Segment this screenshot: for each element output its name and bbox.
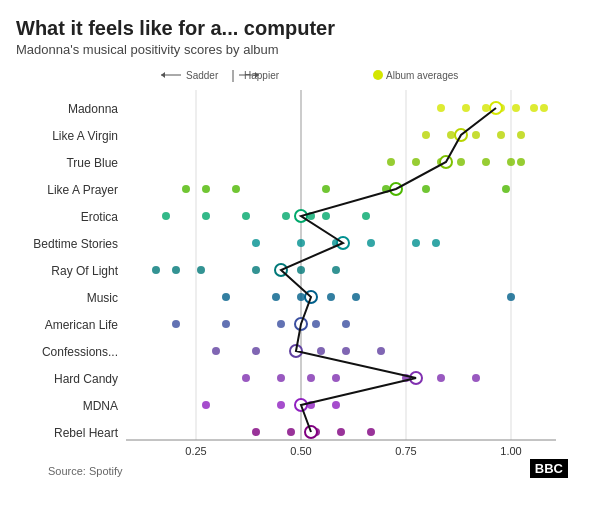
svg-point-61 [252, 266, 260, 274]
svg-point-99 [287, 428, 295, 436]
footer: Source: Spotify BBC [16, 455, 584, 478]
svg-point-36 [202, 185, 210, 193]
svg-point-62 [297, 266, 305, 274]
svg-point-91 [472, 374, 480, 382]
svg-point-68 [327, 293, 335, 301]
svg-point-85 [242, 374, 250, 382]
svg-point-96 [332, 401, 340, 409]
svg-point-41 [502, 185, 510, 193]
svg-point-27 [387, 158, 395, 166]
svg-point-88 [332, 374, 340, 382]
svg-point-28 [412, 158, 420, 166]
svg-point-86 [277, 374, 285, 382]
svg-point-22 [447, 131, 455, 139]
svg-point-40 [422, 185, 430, 193]
chart-subtitle: Madonna's musical positivity scores by a… [16, 42, 584, 57]
svg-text:Album averages: Album averages [386, 70, 458, 81]
svg-point-31 [482, 158, 490, 166]
main-chart: Sadder Happier Album averages [126, 65, 600, 455]
svg-point-101 [337, 428, 345, 436]
svg-point-15 [482, 104, 490, 112]
y-label-like-a-prayer: Like A Prayer [16, 176, 126, 203]
svg-point-37 [232, 185, 240, 193]
svg-point-48 [322, 212, 330, 220]
svg-point-60 [197, 266, 205, 274]
svg-point-8 [373, 70, 383, 80]
svg-point-67 [297, 293, 305, 301]
svg-point-55 [412, 239, 420, 247]
chart-title: What it feels like for a... computer [16, 16, 584, 40]
svg-point-75 [312, 320, 320, 328]
source-label: Source: Spotify [32, 465, 123, 477]
y-label-madonna: Madonna [16, 95, 126, 122]
svg-point-74 [277, 320, 285, 328]
y-labels: Madonna Like A Virgin True Blue Like A P… [16, 95, 126, 446]
svg-point-81 [317, 347, 325, 355]
svg-point-102 [367, 428, 375, 436]
svg-point-49 [362, 212, 370, 220]
svg-point-44 [202, 212, 210, 220]
svg-point-54 [367, 239, 375, 247]
svg-point-58 [152, 266, 160, 274]
svg-point-17 [512, 104, 520, 112]
svg-marker-4 [161, 72, 165, 78]
svg-point-23 [472, 131, 480, 139]
bbc-logo: BBC [530, 459, 568, 478]
y-label-mdna: MDNA [16, 392, 126, 419]
svg-point-66 [272, 293, 280, 301]
svg-point-25 [517, 131, 525, 139]
y-label-hard-candy: Hard Candy [16, 365, 126, 392]
svg-point-30 [457, 158, 465, 166]
y-label-rebel-heart: Rebel Heart [16, 419, 126, 446]
y-label-erotica: Erotica [16, 203, 126, 230]
svg-point-87 [307, 374, 315, 382]
svg-point-46 [282, 212, 290, 220]
svg-point-83 [377, 347, 385, 355]
svg-text:0.50: 0.50 [290, 445, 311, 455]
svg-point-78 [212, 347, 220, 355]
svg-point-14 [462, 104, 470, 112]
svg-point-59 [172, 266, 180, 274]
y-label-confessions: Confessions... [16, 338, 126, 365]
y-label-american-life: American Life [16, 311, 126, 338]
svg-point-63 [332, 266, 340, 274]
svg-text:1.00: 1.00 [500, 445, 521, 455]
svg-point-38 [322, 185, 330, 193]
svg-point-98 [252, 428, 260, 436]
svg-point-70 [507, 293, 515, 301]
svg-point-51 [252, 239, 260, 247]
y-label-music: Music [16, 284, 126, 311]
svg-point-18 [530, 104, 538, 112]
svg-point-24 [497, 131, 505, 139]
svg-text:Sadder: Sadder [186, 70, 219, 81]
svg-point-73 [222, 320, 230, 328]
svg-point-65 [222, 293, 230, 301]
svg-point-76 [342, 320, 350, 328]
svg-text:0.25: 0.25 [185, 445, 206, 455]
y-label-ray-of-light: Ray Of Light [16, 257, 126, 284]
svg-text:0.75: 0.75 [395, 445, 416, 455]
chart-container: What it feels like for a... computer Mad… [0, 0, 600, 488]
svg-point-72 [172, 320, 180, 328]
svg-point-79 [252, 347, 260, 355]
svg-point-21 [422, 131, 430, 139]
svg-point-45 [242, 212, 250, 220]
svg-point-93 [202, 401, 210, 409]
svg-point-43 [162, 212, 170, 220]
y-label-true-blue: True Blue [16, 149, 126, 176]
svg-point-33 [517, 158, 525, 166]
svg-point-82 [342, 347, 350, 355]
svg-point-19 [540, 104, 548, 112]
y-label-bedtime-stories: Bedtime Stories [16, 230, 126, 257]
svg-point-94 [277, 401, 285, 409]
y-label-like-a-virgin: Like A Virgin [16, 122, 126, 149]
svg-point-35 [182, 185, 190, 193]
svg-point-13 [437, 104, 445, 112]
svg-point-90 [437, 374, 445, 382]
svg-point-56 [432, 239, 440, 247]
svg-point-52 [297, 239, 305, 247]
svg-point-69 [352, 293, 360, 301]
svg-point-32 [507, 158, 515, 166]
